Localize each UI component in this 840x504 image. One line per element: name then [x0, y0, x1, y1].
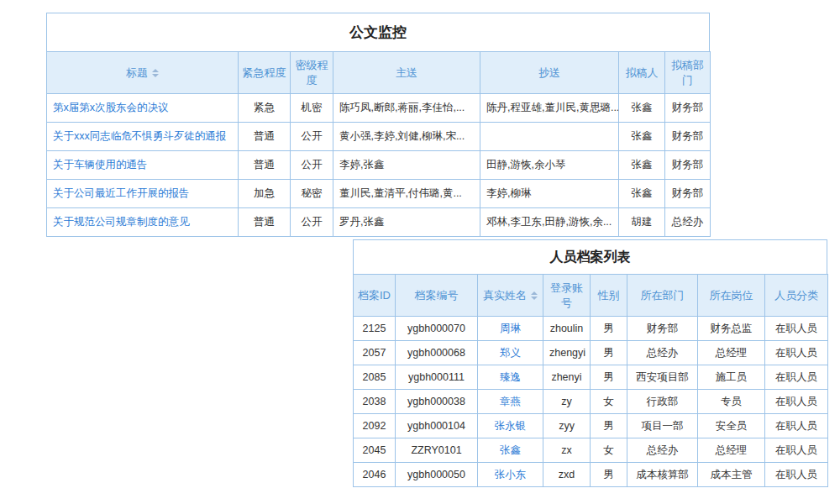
table-row: 2085ygbh000111臻逸zhenyi男西安项目部施工员在职人员 [354, 365, 828, 390]
table-cell: 在职人员 [765, 463, 828, 487]
column-header-gender: 性别 [591, 275, 627, 317]
table-cell: 财务部 [665, 151, 711, 180]
table-cell: 男 [591, 317, 627, 341]
table-row: 2092ygbh000104张永银zyy男项目一部安全员在职人员 [354, 414, 828, 438]
personnel-archive-title: 人员档案列表 [353, 239, 827, 274]
document-title-link[interactable]: 关于公司最近工作开展的报告 [53, 187, 190, 199]
column-header-personnel-category: 人员分类 [765, 275, 828, 317]
column-label: 所在部门 [641, 289, 685, 302]
table-cell: 董川民,董清平,付伟璐,黄... [333, 180, 480, 208]
table-cell: 总经理 [698, 341, 765, 365]
column-header-drafter: 拟稿人 [619, 52, 665, 94]
table-cell: 总经办 [665, 208, 711, 237]
table-cell: 胡建 [619, 208, 665, 237]
column-label: 所在岗位 [710, 289, 753, 302]
table-cell: 张鑫 [619, 123, 665, 151]
table-cell: 罗丹,张鑫 [333, 208, 480, 237]
table-cell: 陈巧凤,断郎,蒋丽,李佳怡,... [333, 94, 480, 123]
table-cell: 总经办 [627, 438, 698, 463]
person-name-link[interactable]: 张鑫 [500, 444, 521, 456]
table-cell: 安全员 [698, 414, 765, 438]
column-header-real-name[interactable]: 真实姓名 [478, 275, 543, 317]
table-cell: 2045 [354, 438, 396, 463]
table-row: 2057ygbh000068郑义zhengyi男总经办总经理在职人员 [354, 341, 828, 365]
person-name-link[interactable]: 张小东 [495, 469, 527, 480]
table-cell: zhenyi [543, 365, 591, 390]
table-header-row: 标题 紧急程度 密级程度 主送 抄送 拟稿人 拟稿部门 [47, 52, 711, 94]
table-cell: 成本核算部 [627, 463, 698, 487]
table-cell: zxd [543, 463, 591, 487]
column-header-main-recipients: 主送 [333, 52, 480, 94]
table-cell: 2057 [354, 341, 396, 365]
table-cell: 总经理 [698, 438, 765, 463]
table-row: 2038ygbh000038章燕zy女行政部专员在职人员 [354, 390, 828, 414]
table-row: 关于规范公司规章制度的意见普通公开罗丹,张鑫邓林,李卫东,田静,游恢,余...胡… [47, 208, 711, 237]
column-header-urgency: 紧急程度 [239, 52, 291, 94]
column-header-title[interactable]: 标题 [47, 52, 239, 94]
table-cell: 郑义 [478, 341, 543, 365]
table-cell: zy [543, 390, 591, 414]
column-label: 性别 [598, 289, 620, 302]
column-label: 拟稿人 [626, 66, 659, 79]
table-cell: 2038 [354, 390, 396, 414]
table-cell: 男 [591, 365, 627, 390]
table-row: 关于xxx同志临危不惧勇斗歹徒的通报普通公开黄小强,李婷,刘健,柳琳,宋...张… [47, 123, 711, 151]
document-title-link[interactable]: 关于规范公司规章制度的意见 [53, 216, 190, 228]
table-cell: 田静,游恢,余小琴 [480, 151, 619, 180]
table-cell: 在职人员 [765, 390, 828, 414]
table-cell: 男 [591, 341, 627, 365]
person-name-link[interactable]: 周琳 [500, 323, 521, 334]
table-header-row: 档案ID 档案编号 真实姓名 登录账号 性别 所在部门 所在岗位 人员分类 [354, 275, 828, 317]
column-label: 拟稿部门 [671, 59, 704, 87]
document-title-link[interactable]: 关于xxx同志临危不惧勇斗歹徒的通报 [53, 130, 226, 142]
sort-icon[interactable] [152, 69, 159, 77]
table-cell: 紧急 [239, 94, 291, 123]
table-cell: 2092 [354, 414, 396, 438]
table-cell: 章燕 [478, 390, 543, 414]
table-cell: 成本主管 [698, 463, 765, 487]
table-cell: 李婷,张鑫 [333, 151, 480, 180]
table-row: 关于车辆使用的通告普通公开李婷,张鑫田静,游恢,余小琴张鑫财务部 [47, 151, 711, 180]
table-cell: 邓林,李卫东,田静,游恢,余... [480, 208, 619, 237]
table-cell: 财务部 [665, 180, 711, 208]
document-monitor-title: 公文监控 [46, 13, 710, 51]
table-cell: 张永银 [478, 414, 543, 438]
column-header-secrecy: 密级程度 [291, 52, 333, 94]
table-cell: 普通 [239, 208, 291, 237]
table-cell: 关于规范公司规章制度的意见 [47, 208, 239, 237]
table-cell: ygbh000070 [396, 317, 478, 341]
table-cell: 张鑫 [478, 438, 543, 463]
column-label: 紧急程度 [243, 66, 286, 79]
person-name-link[interactable]: 臻逸 [500, 371, 521, 383]
table-cell: 专员 [698, 390, 765, 414]
table-cell: 施工员 [698, 365, 765, 390]
table-cell: 普通 [239, 123, 291, 151]
sort-icon[interactable] [531, 291, 538, 300]
table-cell: 男 [591, 414, 627, 438]
table-cell: 2046 [354, 463, 396, 487]
table-cell: 在职人员 [765, 317, 828, 341]
table-cell: 李婷,柳琳 [480, 180, 619, 208]
table-cell: 关于xxx同志临危不惧勇斗歹徒的通报 [47, 123, 239, 151]
column-header-login-account: 登录账号 [543, 275, 591, 317]
table-cell: 男 [591, 463, 627, 487]
table-cell: 关于车辆使用的通告 [47, 151, 239, 180]
table-cell: 机密 [291, 94, 333, 123]
column-label: 抄送 [538, 66, 560, 79]
table-cell: 张鑫 [619, 180, 665, 208]
person-name-link[interactable]: 郑义 [500, 347, 521, 359]
document-title-link[interactable]: 第x届第x次股东会的决议 [53, 102, 169, 113]
table-cell: 财务部 [665, 123, 711, 151]
document-title-link[interactable]: 关于车辆使用的通告 [53, 159, 148, 171]
column-header-position: 所在岗位 [698, 275, 765, 317]
person-name-link[interactable]: 章燕 [500, 396, 521, 407]
table-cell: 2125 [354, 317, 396, 341]
table-cell: 陈丹,程亚雄,董川民,黄思璐... [480, 94, 619, 123]
table-cell: 总经办 [627, 341, 698, 365]
table-cell: ygbh000050 [396, 463, 478, 487]
person-name-link[interactable]: 张永银 [495, 420, 527, 432]
personnel-archive-table: 档案ID 档案编号 真实姓名 登录账号 性别 所在部门 所在岗位 人员分类 21… [353, 274, 828, 487]
column-label: 登录账号 [550, 281, 583, 309]
table-cell: 女 [591, 390, 627, 414]
column-header-archive-number: 档案编号 [396, 275, 478, 317]
